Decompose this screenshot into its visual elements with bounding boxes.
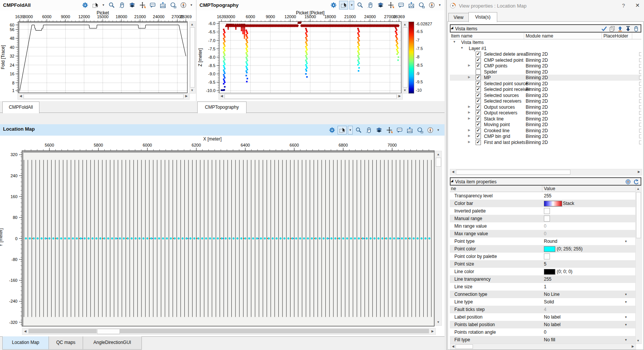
visibility-checkbox[interactable]: ✓ — [476, 75, 481, 80]
placeholder-cell[interactable] — [639, 117, 641, 121]
property-row-line-transparency[interactable]: Line transparency255 — [450, 275, 635, 283]
placeholder-cell[interactable] — [639, 129, 641, 133]
tree-row-selected-sources[interactable]: ✓Selected sourcesBinning 2D — [450, 92, 641, 98]
property-row-inverted-palette[interactable]: Inverted palette — [450, 207, 635, 215]
layers-tool-icon[interactable] — [376, 1, 385, 9]
scroll-thumb[interactable] — [97, 329, 120, 334]
scroll-thumb[interactable] — [24, 94, 184, 99]
compass-tool-icon[interactable] — [179, 1, 188, 9]
property-value[interactable]: Round — [544, 239, 557, 244]
scroll-down-icon[interactable]: ▼ — [190, 88, 195, 93]
scroll-down-icon[interactable]: ▼ — [636, 338, 641, 343]
placeholder-cell[interactable] — [639, 111, 641, 115]
col-item-name[interactable]: Item name — [451, 33, 473, 39]
property-row-line-type[interactable]: Line typeSolid▾ — [450, 298, 635, 306]
tree-row-vista-items[interactable]: ▼Vista Items — [450, 39, 641, 45]
visibility-checkbox[interactable]: ✓ — [476, 134, 481, 139]
property-row-points-label-position[interactable]: Points label positionNo label▾ — [450, 321, 635, 328]
property-row-connection-type[interactable]: Connection typeNo Line▾ — [450, 291, 635, 298]
expander-closed-icon[interactable]: ▶ — [468, 117, 470, 120]
colorbar-swatch[interactable] — [544, 201, 562, 206]
visibility-checkbox[interactable]: ✓ — [476, 87, 481, 92]
visibility-checkbox[interactable]: ✓ — [476, 98, 481, 104]
visibility-checkbox[interactable]: ✓ — [476, 140, 481, 145]
col-placeholder[interactable]: PlaceHolder — [603, 33, 628, 39]
zoom-tool-icon[interactable] — [354, 126, 363, 134]
visibility-checkbox[interactable] — [476, 69, 481, 75]
expander-closed-icon[interactable]: ▶ — [468, 128, 470, 132]
placeholder-cell[interactable] — [639, 99, 641, 103]
property-value[interactable]: (0; 0; 0) — [557, 269, 572, 274]
tree-row-mp[interactable]: ▶✓MPBinning 2D — [450, 75, 641, 81]
layers-tool-icon[interactable] — [374, 126, 383, 134]
visibility-checkbox[interactable]: ✓ — [476, 63, 481, 69]
visibility-checkbox[interactable]: ✓ — [476, 93, 481, 98]
zoom-region-tool-icon[interactable] — [415, 126, 424, 134]
expander-closed-icon[interactable]: ▶ — [468, 140, 470, 144]
tree-row-cmp-points[interactable]: ▶✓CMP pointsBinning 2D — [450, 63, 641, 69]
col-module-name[interactable]: Module name — [526, 33, 553, 39]
scroll-left-icon[interactable]: ◀ — [18, 94, 23, 98]
compass-tool-icon[interactable] — [426, 126, 435, 134]
zoom-tool-icon[interactable] — [355, 1, 364, 9]
expander-closed-icon[interactable]: ▶ — [468, 105, 470, 108]
annotate-tool-icon[interactable] — [395, 126, 404, 134]
mouse-tool-icon[interactable] — [117, 1, 126, 9]
property-value[interactable]: 5 — [544, 261, 547, 267]
property-row-label-position[interactable]: Label positionNo label▾ — [450, 313, 635, 321]
mouse-small-icon[interactable] — [633, 26, 639, 32]
scroll-right-icon[interactable]: ▶ — [397, 94, 402, 98]
tab-location-map[interactable]: Location Map — [2, 336, 49, 350]
property-checkbox[interactable] — [544, 253, 550, 259]
collapse-icon[interactable]: ◢ — [451, 179, 453, 183]
property-value[interactable]: No label — [544, 314, 561, 320]
scroll-thumb[interactable] — [636, 192, 641, 238]
tree-row-selected-point-receiver[interactable]: ✓Selected point receiverBinning 2D — [450, 86, 641, 92]
vista-items-section-header[interactable]: ◢ Vista items — [450, 24, 641, 33]
scroll-up-icon[interactable]: ▲ — [190, 22, 195, 27]
property-row-fault-ticks-step[interactable]: Fault ticks step4 — [450, 306, 635, 313]
vista-item-properties-section-header[interactable]: ◢ Vista item properties — [450, 177, 641, 186]
tree-row-moving-point[interactable]: ✓Moving pointBinning 2D — [450, 122, 641, 128]
property-value[interactable]: No fill — [544, 337, 555, 342]
property-row-point-color[interactable]: Point color(0; 255; 255) — [450, 245, 635, 253]
locmap-hscrollbar[interactable]: ◀ ▶ — [22, 328, 436, 335]
placeholder-cell[interactable] — [639, 70, 641, 74]
placeholder-cell[interactable] — [639, 94, 641, 97]
gear-icon[interactable] — [327, 126, 336, 134]
property-value[interactable]: 255 — [544, 193, 551, 198]
scroll-thumb[interactable] — [456, 170, 570, 175]
dropdown-caret-icon[interactable]: ▾ — [625, 323, 627, 327]
placeholder-cell[interactable] — [639, 58, 641, 62]
expander-open-icon[interactable]: ▼ — [460, 46, 463, 50]
zoom-region-tool-icon[interactable] — [168, 1, 177, 9]
property-row-manual-range[interactable]: Manual range — [450, 215, 635, 222]
collapse-icon[interactable]: ◢ — [451, 26, 453, 30]
undo-icon[interactable] — [633, 179, 639, 185]
tree-row-stack-line[interactable]: ▶✓Stack lineBinning 2D — [450, 116, 641, 122]
property-value[interactable]: 0 — [544, 330, 547, 335]
tree-row-selected-point-source[interactable]: ✓Selected point sourceBinning 2D — [450, 81, 641, 87]
tree-row-spider[interactable]: SpiderBinning 2D — [450, 69, 641, 75]
scroll-left-icon[interactable]: ◀ — [451, 344, 456, 349]
visibility-checkbox[interactable]: ✓ — [476, 58, 481, 63]
property-checkbox[interactable] — [544, 216, 550, 222]
dropdown-caret-icon[interactable]: ▾ — [625, 239, 627, 243]
tab-view[interactable]: View — [448, 13, 469, 22]
zoom-region-tool-icon[interactable] — [417, 1, 426, 9]
tab-qc-maps[interactable]: QC maps — [49, 336, 83, 350]
tab-cmpfoldall[interactable]: CMPFoldAll — [2, 102, 39, 113]
col-value[interactable]: Value — [544, 186, 555, 191]
help-button[interactable]: ? — [622, 3, 625, 9]
visibility-checkbox[interactable]: ✓ — [476, 128, 481, 133]
properties-hscrollbar[interactable]: ◀ ▶ — [450, 344, 636, 350]
compass-tool-icon[interactable] — [427, 1, 436, 9]
pan-tool-icon[interactable] — [138, 1, 147, 9]
pan-tool-icon[interactable] — [385, 126, 394, 134]
tree-row-layer-1[interactable]: ▼Layer #1 — [450, 45, 641, 52]
scroll-up-icon[interactable]: ▲ — [436, 152, 441, 157]
visibility-checkbox[interactable]: ✓ — [476, 116, 481, 122]
select-tool-icon[interactable] — [338, 126, 347, 134]
annotate-tool-icon[interactable] — [148, 1, 157, 9]
select-tool-dropdown-icon[interactable]: ▾ — [349, 1, 354, 9]
